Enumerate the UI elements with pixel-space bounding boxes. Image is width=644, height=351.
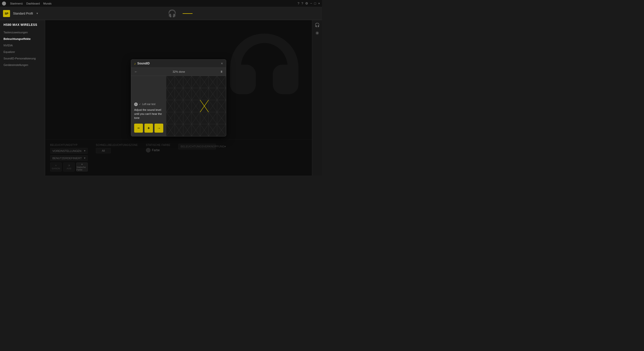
profile-name: Standard Profil [13, 12, 33, 15]
topbar: Startmenü Dashboard Murals ? ? ⚙ − □ × [0, 0, 322, 7]
modal-action-buttons: − + → [134, 124, 163, 133]
modal-title-left: ♪ SoundID [134, 62, 150, 65]
modal-titlebar: ♪ SoundID × [131, 60, 226, 68]
profilebar: SP Standard Profil ▼ 🎧 [0, 7, 322, 20]
headphone-device-icon: 🎧 [168, 9, 177, 18]
topbar-right: ? ? ⚙ − □ × [297, 2, 320, 5]
modal-back-button[interactable]: ← [134, 70, 138, 74]
header-tab-bar [183, 13, 193, 14]
app-logo [2, 2, 6, 6]
modal-left-panel: ✓ Left ear test Adjust the sound level u… [131, 76, 166, 136]
minimize-icon[interactable]: − [310, 2, 312, 5]
maximize-icon[interactable]: □ [314, 2, 316, 5]
help-icon[interactable]: ? [297, 2, 299, 5]
soundid-modal: ♪ SoundID × ← 32% done ⏸ [131, 59, 226, 136]
instruction-text: Adjust the sound level until you can't h… [134, 108, 163, 120]
progress-text: 32% done [140, 70, 217, 73]
main-layout: HS80 MAX WIRELESS Tastenzuweisungen Bele… [0, 20, 322, 176]
sidebar: HS80 MAX WIRELESS Tastenzuweisungen Bele… [0, 20, 45, 176]
sidebar-item-beleuchtungseffekte[interactable]: Beleuchtungseffekte [0, 36, 45, 42]
panel-headphone-icon[interactable]: 🎧 [315, 23, 320, 27]
header-device-tabs: 🎧 [168, 9, 193, 18]
profile-badge: SP [3, 10, 10, 17]
modal-overlay: ♪ SoundID × ← 32% done ⏸ [45, 20, 312, 176]
sidebar-item-geraete[interactable]: Geräteeinstellungen [0, 62, 45, 68]
panel-ear-icon[interactable]: ◉ [315, 30, 319, 35]
ear-test-label: Left ear test [142, 103, 155, 106]
topbar-nav: Startmenü Dashboard Murals [10, 2, 52, 5]
nav-dashboard[interactable]: Dashboard [26, 2, 40, 5]
increase-volume-button[interactable]: + [144, 124, 153, 133]
sidebar-item-tastenzuweisungen[interactable]: Tastenzuweisungen [0, 29, 45, 36]
nav-murals[interactable]: Murals [43, 2, 52, 5]
profile-dropdown-arrow[interactable]: ▼ [36, 12, 38, 15]
modal-title: SoundID [137, 62, 150, 65]
frequency-grid [166, 76, 226, 136]
help2-icon[interactable]: ? [301, 2, 303, 5]
modal-body: ✓ Left ear test Adjust the sound level u… [131, 76, 226, 136]
soundid-logo-icon: ♪ [134, 62, 136, 65]
header-tab-main[interactable] [183, 13, 193, 14]
device-name: HS80 MAX WIRELESS [0, 23, 45, 29]
modal-progress-row: ← 32% done ⏸ [131, 68, 226, 76]
modal-pause-button[interactable]: ⏸ [220, 70, 223, 73]
settings-icon[interactable]: ⚙ [305, 2, 308, 5]
sidebar-item-soundid[interactable]: SoundID-Personalisierung [0, 55, 45, 62]
right-panel: 🎧 ◉ [312, 20, 322, 176]
decrease-volume-button[interactable]: − [134, 124, 143, 133]
content-area: Beleuchtungstyp VOREINSTELLUNGEN ▾ BENUT… [45, 20, 312, 176]
nav-startmenu[interactable]: Startmenü [10, 2, 23, 5]
modal-close-button[interactable]: × [221, 62, 223, 65]
ear-indicator [134, 103, 138, 106]
check-mark: ✓ [139, 103, 141, 106]
sidebar-item-nvidia[interactable]: NVIDIA [0, 42, 45, 49]
modal-right-panel [166, 76, 226, 136]
sidebar-item-equalizer[interactable]: Equalizer [0, 49, 45, 55]
next-button[interactable]: → [154, 124, 163, 133]
ear-test-row: ✓ Left ear test [134, 103, 163, 106]
close-icon[interactable]: × [318, 2, 320, 5]
